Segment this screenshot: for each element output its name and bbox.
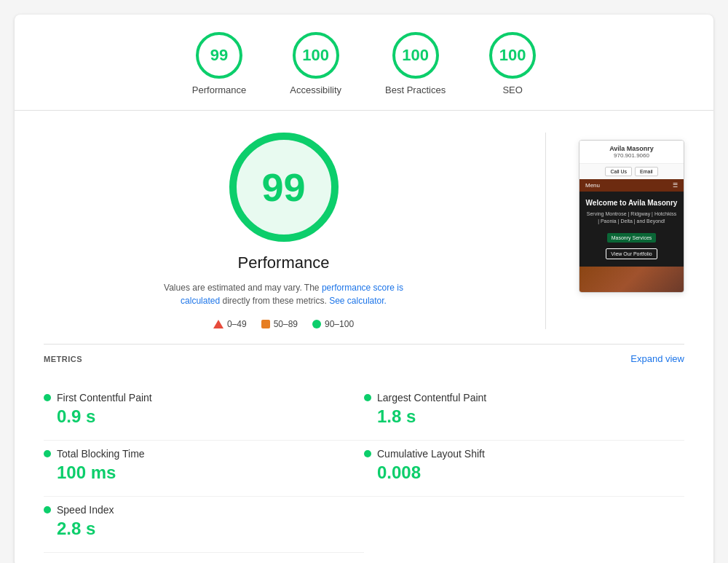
metric-cls-value: 0.008 [364,462,684,483]
metric-lcp-label: Largest Contentful Paint [377,392,486,403]
phone-buttons: Call Us Email [579,164,684,179]
metrics-grid: First Contentful Paint 0.9 s Largest Con… [44,385,684,553]
metric-fcp-dot [44,394,51,401]
metric-tbt-label: Total Blocking Time [57,448,145,460]
calculator-link[interactable]: See calculator. [329,296,387,306]
left-panel: 99 Performance Values are estimated and … [44,133,523,329]
metric-fcp: First Contentful Paint 0.9 s [44,385,364,441]
legend-good: 90–100 [312,319,354,329]
legend-green-icon [312,320,321,328]
metrics-header: METRICS Expand view [44,344,684,373]
big-score-circle: 99 [229,133,339,242]
metric-si: Speed Index 2.8 s [44,497,364,553]
score-label-best-practices: Best Practices [385,84,446,95]
legend-average: 50–89 [261,319,298,329]
metric-lcp-name-row: Largest Contentful Paint [364,392,684,403]
metric-tbt-value: 100 ms [44,462,335,483]
score-circle-performance: 99 [196,32,242,79]
legend-fail: 0–49 [213,319,247,329]
score-label-seo: SEO [502,84,522,95]
legend-orange-icon [261,320,270,328]
phone-header: Avila Masonry 970.901.9060 [579,141,684,164]
metrics-title: METRICS [44,355,82,363]
score-label-performance: Performance [192,84,246,95]
metric-tbt-name-row: Total Blocking Time [44,448,335,460]
metric-tbt-dot [44,450,51,457]
score-circle-accessibility: 100 [293,32,339,79]
phone-image-placeholder [579,267,684,292]
metric-fcp-label: First Contentful Paint [57,392,152,403]
legend-red-icon [213,320,223,328]
metric-si-dot [44,506,51,513]
phone-cta-btn2: View Our Portfolio [606,248,657,259]
lighthouse-report: 99 Performance 100 Accessibility 100 Bes… [15,15,713,563]
metric-fcp-value: 0.9 s [44,406,335,427]
expand-view-button[interactable]: Expand view [630,353,684,364]
phone-hero: Welcome to Avila Masonry Serving Montros… [579,192,684,267]
preview-panel: Avila Masonry 970.901.9060 Call Us Email… [568,133,684,329]
phone-cta-btn1: Masonry Services [607,233,657,243]
legend: 0–49 50–89 90–100 [213,319,354,329]
metric-cls: Cumulative Layout Shift 0.008 [364,441,684,497]
score-circle-seo: 100 [489,32,536,79]
score-label-accessibility: Accessibility [290,84,341,95]
scores-bar: 99 Performance 100 Accessibility 100 Bes… [15,15,713,111]
phone-email-btn: Email [635,167,658,176]
score-item-seo: 100 SEO [489,32,536,95]
big-score-title: Performance [238,253,330,272]
divider-line [545,133,546,329]
metric-si-label: Speed Index [57,504,114,516]
metric-lcp-value: 1.8 s [364,406,684,427]
metric-si-value: 2.8 s [44,519,335,539]
metric-fcp-name-row: First Contentful Paint [44,392,335,403]
metric-cls-label: Cumulative Layout Shift [377,448,485,460]
metric-si-name-row: Speed Index [44,504,335,516]
disclaimer-text: Values are estimated and may vary. The p… [146,281,422,307]
score-item-performance: 99 Performance [192,32,246,95]
score-item-accessibility: 100 Accessibility [290,32,341,95]
main-content: 99 Performance Values are estimated and … [15,111,713,344]
phone-preview: Avila Masonry 970.901.9060 Call Us Email… [579,140,684,293]
metrics-section: METRICS Expand view First Contentful Pai… [15,344,713,563]
score-circle-best-practices: 100 [392,32,439,79]
phone-business-name: Avila Masonry [585,145,678,152]
metric-cls-name-row: Cumulative Layout Shift [364,448,684,460]
metric-tbt: Total Blocking Time 100 ms [44,441,364,497]
phone-hero-title: Welcome to Avila Masonry [585,199,678,207]
phone-menu-bar: Menu ☰ [579,179,684,192]
phone-phone: 970.901.9060 [585,152,678,159]
metric-lcp: Largest Contentful Paint 1.8 s [364,385,684,441]
metric-lcp-dot [364,394,371,401]
phone-hero-sub: Serving Montrose | Ridgway | Hotchkiss |… [585,210,678,225]
phone-call-btn: Call Us [605,167,632,176]
score-item-best-practices: 100 Best Practices [385,32,446,95]
metric-cls-dot [364,450,371,457]
